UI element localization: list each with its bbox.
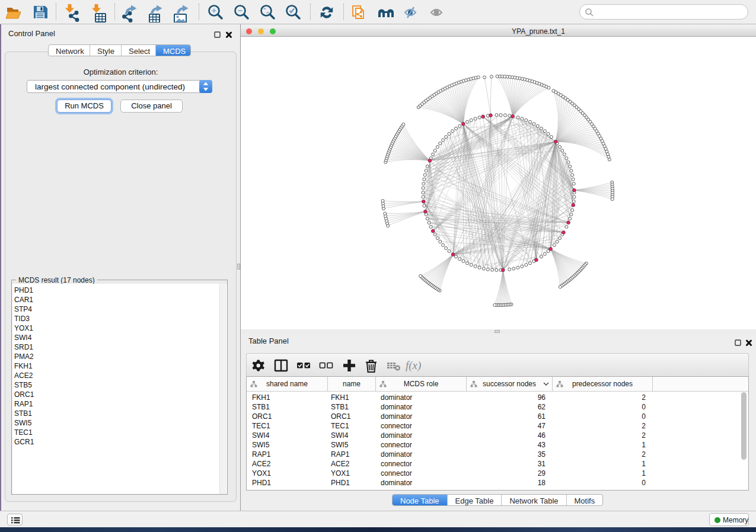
svg-text:f(x): f(x) [406, 359, 421, 372]
